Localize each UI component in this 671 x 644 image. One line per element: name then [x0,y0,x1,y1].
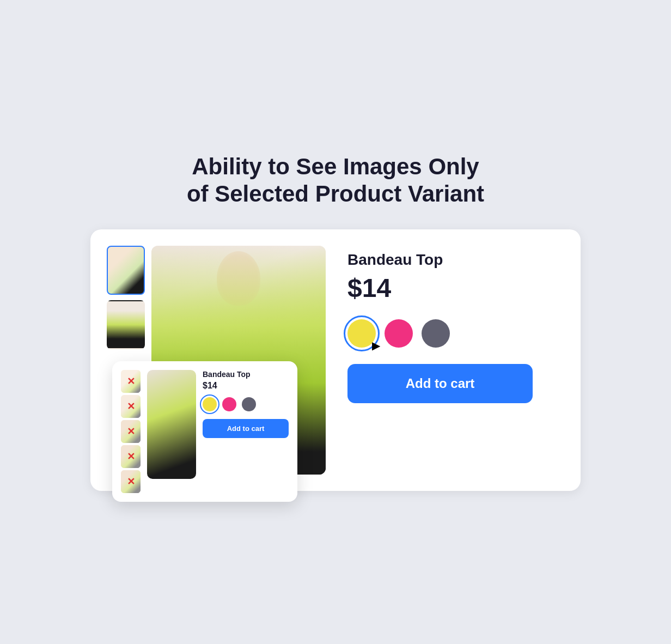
color-swatch-gray[interactable] [422,319,450,348]
mini-thumbnail-list [121,370,141,493]
main-card: Bandeau Top $14 ▶ Add to cart [90,229,581,491]
swatch-wrapper-gray [422,319,450,348]
mini-thumb-2[interactable] [121,395,141,418]
page-container: Ability to See Images Only of Selected P… [90,153,581,491]
swatch-wrapper-yellow: ▶ [347,319,376,348]
mini-product-info: Bandeau Top $14 Add to cart [203,370,289,493]
mini-swatch-gray[interactable] [242,397,256,411]
mini-swatch-pink[interactable] [222,397,236,411]
product-name: Bandeau Top [347,251,564,269]
mini-swatch-yellow[interactable] [203,397,217,411]
color-swatch-pink[interactable] [385,319,413,348]
thumbnail-2[interactable] [107,300,145,349]
mini-product-name: Bandeau Top [203,370,289,379]
mini-add-to-cart-button[interactable]: Add to cart [203,419,289,438]
page-title: Ability to See Images Only of Selected P… [90,153,581,208]
add-to-cart-button[interactable]: Add to cart [347,364,533,403]
mini-thumb-3[interactable] [121,420,141,443]
mini-main-image [147,370,196,479]
mini-thumb-1[interactable] [121,370,141,393]
mini-color-swatches [203,397,289,411]
thumbnail-1[interactable] [107,246,145,295]
mini-thumb-4[interactable] [121,445,141,468]
mini-card: Bandeau Top $14 Add to cart [112,361,297,502]
mini-product-price: $14 [203,381,289,391]
cursor-icon: ▶ [372,339,380,352]
mini-thumb-5[interactable] [121,470,141,493]
product-price: $14 [347,273,564,303]
product-info: Bandeau Top $14 ▶ Add to cart [347,246,564,403]
color-swatches: ▶ [347,319,564,348]
swatch-wrapper-pink [385,319,413,348]
